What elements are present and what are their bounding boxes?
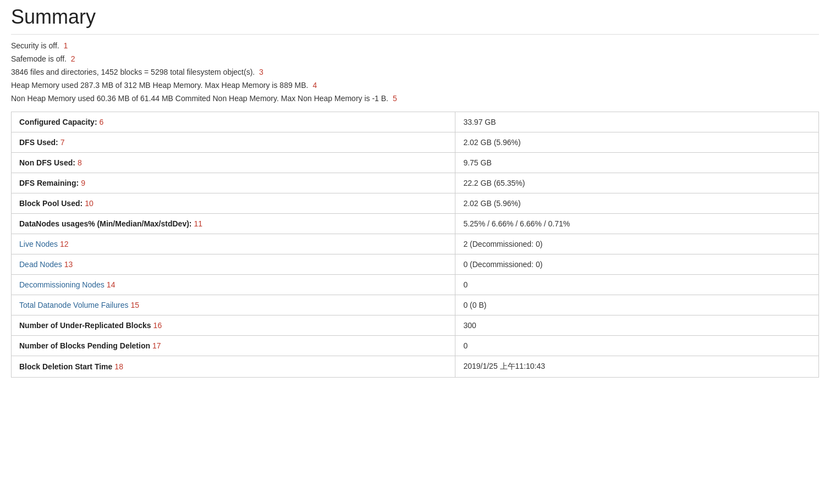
info-num-heap: 4: [312, 81, 317, 90]
table-value-cell: 22.2 GB (65.35%): [455, 173, 819, 193]
table-label-text: Block Deletion Start Time: [19, 362, 112, 371]
table-row: Non DFS Used:89.75 GB: [12, 153, 819, 173]
info-line-safemode: Safemode is off. 2: [11, 54, 819, 63]
table-value-cell: 2019/1/25 上午11:10:43: [455, 356, 819, 378]
table-value-cell: 2.02 GB (5.96%): [455, 193, 819, 214]
table-row: DFS Remaining:922.2 GB (65.35%): [12, 173, 819, 193]
table-label-cell: Number of Blocks Pending Deletion17: [12, 336, 455, 356]
table-label-cell: Live Nodes12: [12, 234, 455, 254]
info-num-security: 1: [64, 41, 68, 50]
info-line-heap: Heap Memory used 287.3 MB of 312 MB Heap…: [11, 81, 819, 90]
table-label-link[interactable]: Total Datanode Volume Failures: [19, 301, 128, 309]
info-lines: Security is off. 1Safemode is off. 23846…: [11, 41, 819, 103]
table-label-text: DFS Remaining:: [19, 179, 79, 187]
table-row: Decommissioning Nodes140: [12, 275, 819, 295]
table-label-cell: Configured Capacity:6: [12, 112, 455, 132]
table-row: Dead Nodes130 (Decommissioned: 0): [12, 254, 819, 275]
table-label-text: Configured Capacity:: [19, 118, 97, 126]
table-label-link[interactable]: Decommissioning Nodes: [19, 280, 105, 289]
table-row-num: 16: [153, 321, 162, 330]
table-row: DFS Used:72.02 GB (5.96%): [12, 132, 819, 153]
table-row-num: 13: [64, 260, 73, 269]
info-num-files: 3: [259, 68, 263, 76]
table-row: Configured Capacity:633.97 GB: [12, 112, 819, 132]
table-value-cell: 9.75 GB: [455, 153, 819, 173]
page-title: Summary: [11, 5, 819, 35]
table-row-num: 9: [81, 179, 85, 187]
table-row-num: 17: [152, 341, 161, 350]
table-value-cell: 33.97 GB: [455, 112, 819, 132]
table-value-cell: 0 (Decommissioned: 0): [455, 254, 819, 275]
table-value-cell: 2 (Decommissioned: 0): [455, 234, 819, 254]
table-value-cell: 2.02 GB (5.96%): [455, 132, 819, 153]
info-num-safemode: 2: [71, 54, 75, 63]
table-label-cell: Number of Under-Replicated Blocks16: [12, 315, 455, 336]
table-label-cell: Total Datanode Volume Failures15: [12, 295, 455, 315]
table-label-text: DFS Used:: [19, 138, 58, 147]
summary-table: Configured Capacity:633.97 GBDFS Used:72…: [11, 112, 819, 378]
table-row: Number of Under-Replicated Blocks16300: [12, 315, 819, 336]
table-label-cell: Block Pool Used:10: [12, 193, 455, 214]
table-row-num: 8: [78, 158, 82, 167]
table-label-cell: DFS Remaining:9: [12, 173, 455, 193]
table-label-text: Non DFS Used:: [19, 158, 75, 167]
table-label-link[interactable]: Live Nodes: [19, 240, 58, 248]
table-value-cell: 0 (0 B): [455, 295, 819, 315]
table-label-text: Block Pool Used:: [19, 199, 83, 208]
table-row-num: 6: [100, 118, 104, 126]
table-row-num: 15: [130, 301, 139, 309]
table-label-link[interactable]: Dead Nodes: [19, 260, 62, 269]
table-row: Total Datanode Volume Failures150 (0 B): [12, 295, 819, 315]
table-row-num: 11: [194, 219, 203, 228]
table-row-num: 7: [61, 138, 65, 147]
table-label-cell: Block Deletion Start Time18: [12, 356, 455, 378]
table-value-cell: 0: [455, 336, 819, 356]
info-line-files: 3846 files and directories, 1452 blocks …: [11, 68, 819, 76]
table-label-cell: Decommissioning Nodes14: [12, 275, 455, 295]
table-row: Block Deletion Start Time182019/1/25 上午1…: [12, 356, 819, 378]
table-label-cell: Non DFS Used:8: [12, 153, 455, 173]
table-row: DataNodes usages% (Min/Median/Max/stdDev…: [12, 214, 819, 234]
table-value-cell: 300: [455, 315, 819, 336]
table-row: Block Pool Used:102.02 GB (5.96%): [12, 193, 819, 214]
table-row-num: 18: [114, 362, 123, 371]
table-row: Number of Blocks Pending Deletion170: [12, 336, 819, 356]
table-label-text: Number of Blocks Pending Deletion: [19, 341, 150, 350]
table-row-num: 10: [85, 199, 94, 208]
table-row-num: 14: [107, 280, 116, 289]
info-line-security: Security is off. 1: [11, 41, 819, 50]
table-label-cell: Dead Nodes13: [12, 254, 455, 275]
info-num-nonheap: 5: [393, 94, 397, 103]
table-label-cell: DFS Used:7: [12, 132, 455, 153]
table-row-num: 12: [60, 240, 69, 248]
table-value-cell: 5.25% / 6.66% / 6.66% / 0.71%: [455, 214, 819, 234]
table-value-cell: 0: [455, 275, 819, 295]
table-row: Live Nodes122 (Decommissioned: 0): [12, 234, 819, 254]
table-label-text: Number of Under-Replicated Blocks: [19, 321, 151, 330]
table-label-cell: DataNodes usages% (Min/Median/Max/stdDev…: [12, 214, 455, 234]
info-line-nonheap: Non Heap Memory used 60.36 MB of 61.44 M…: [11, 94, 819, 103]
table-label-text: DataNodes usages% (Min/Median/Max/stdDev…: [19, 219, 192, 228]
